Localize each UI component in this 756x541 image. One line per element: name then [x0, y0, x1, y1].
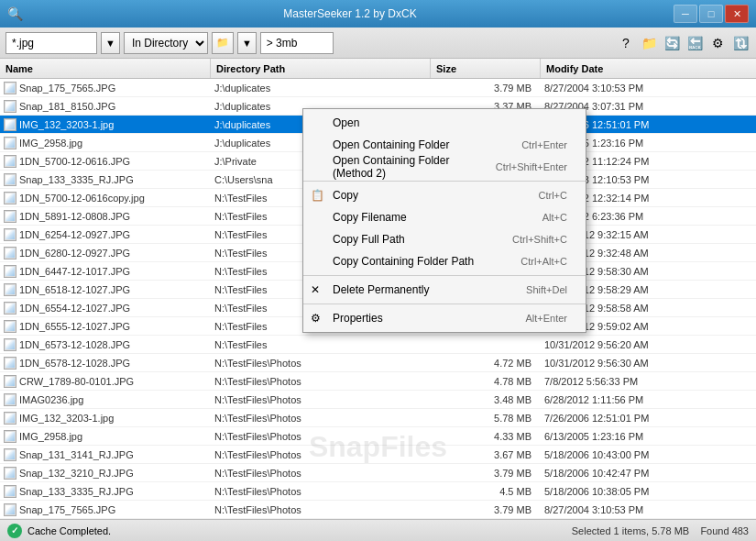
- context-menu-item[interactable]: Copy Full Path Ctrl+Shift+C: [303, 228, 586, 250]
- file-path-cell: J:\duplicates: [211, 83, 431, 94]
- table-row[interactable]: IMAG0236.jpg N:\TestFiles\Photos 3.48 MB…: [0, 391, 756, 409]
- size-filter-input[interactable]: [260, 32, 334, 54]
- close-button[interactable]: ✕: [725, 5, 749, 23]
- file-name-cell: 1DN_6280-12-0927.JPG: [0, 247, 211, 259]
- menu-separator: [303, 181, 586, 182]
- file-size-cell: 4.33 MB: [431, 431, 541, 442]
- settings-button[interactable]: ⚙: [707, 33, 728, 53]
- context-menu-item[interactable]: ⚙ Properties Alt+Enter: [303, 307, 586, 329]
- table-row[interactable]: Snap_175_7565.JPG J:\duplicates 3.79 MB …: [0, 79, 756, 97]
- menu-shortcut: Ctrl+C: [539, 190, 567, 201]
- file-date-cell: 5/18/2006 10:38:05 PM: [541, 486, 696, 497]
- file-date-cell: 7/26/2006 12:51:01 PM: [541, 413, 696, 424]
- menu-item-label: Delete Permanently: [333, 283, 429, 296]
- file-name-cell: IMG_2958.jpg: [0, 137, 211, 149]
- toolbar: ▼ In Directory 📁 ▼ ? 📁 🔄 🔙 ⚙ 🔃: [0, 28, 756, 59]
- menu-shortcut: Alt+Enter: [525, 313, 567, 324]
- file-name-cell: Snap_133_3335_RJ.JPG: [0, 173, 211, 186]
- file-name-cell: 1DN_6573-12-1028.JPG: [0, 338, 211, 351]
- maximize-button[interactable]: □: [699, 5, 723, 23]
- file-icon: [4, 357, 16, 370]
- found-count-text: Found 483: [700, 525, 749, 536]
- table-row[interactable]: IMG_132_3203-1.jpg N:\TestFiles\Photos 5…: [0, 409, 756, 427]
- file-name-cell: 1DN_6554-12-1027.JPG: [0, 302, 211, 315]
- help-button[interactable]: ?: [616, 33, 636, 53]
- context-menu-item[interactable]: Copy Containing Folder Path Ctrl+Alt+C: [303, 250, 586, 272]
- menu-shortcut: Ctrl+Shift+C: [512, 234, 567, 245]
- table-row[interactable]: Snap_131_3141_RJ.JPG N:\TestFiles\Photos…: [0, 446, 756, 464]
- file-size-cell: 5.78 MB: [431, 413, 541, 424]
- file-name-cell: 1DN_6254-12-0927.JPG: [0, 228, 211, 241]
- context-menu-item[interactable]: ✕ Delete Permanently Shift+Del: [303, 279, 586, 301]
- menu-icon: 📋: [311, 189, 324, 202]
- file-icon: [4, 485, 16, 498]
- col-header-size[interactable]: Size: [431, 59, 541, 78]
- col-header-path[interactable]: Directory Path: [211, 59, 431, 78]
- table-row[interactable]: CRW_1789-80-0101.JPG N:\TestFiles\Photos…: [0, 372, 756, 391]
- title-bar: 🔍 MasterSeeker 1.2 by DxCK ─ □ ✕: [0, 0, 756, 28]
- table-row[interactable]: Snap_132_3210_RJ.JPG N:\TestFiles\Photos…: [0, 464, 756, 482]
- file-path-cell: N:\TestFiles\Photos: [211, 449, 431, 460]
- menu-item-label: Properties: [333, 312, 383, 325]
- file-size-cell: 3.79 MB: [431, 504, 541, 515]
- file-name-cell: Snap_131_3141_RJ.JPG: [0, 448, 211, 461]
- file-name-cell: Snap_133_3335_RJ.JPG: [0, 485, 211, 498]
- context-menu-item[interactable]: 📋 Copy Ctrl+C: [303, 184, 586, 206]
- file-icon: [4, 283, 16, 296]
- context-menu-item[interactable]: Open Containing Folder Ctrl+Enter: [303, 134, 586, 156]
- file-date-cell: 5/18/2006 10:43:00 PM: [541, 449, 696, 460]
- file-icon: [4, 503, 16, 516]
- file-date-cell: 7/8/2012 5:56:33 PM: [541, 376, 696, 387]
- search-input[interactable]: [5, 32, 97, 54]
- context-menu-item[interactable]: Copy Filename Alt+C: [303, 206, 586, 228]
- file-icon: [4, 338, 16, 351]
- file-date-cell: 8/27/2004 3:10:53 PM: [541, 504, 696, 515]
- menu-icon: ✕: [311, 283, 320, 296]
- file-name-cell: 1DN_5700-12-0616copy.jpg: [0, 192, 211, 204]
- context-menu-item[interactable]: Open Containing Folder (Method 2) Ctrl+S…: [303, 156, 586, 178]
- folder-button[interactable]: 📁: [639, 33, 659, 53]
- dir-dropdown-btn[interactable]: ▼: [237, 32, 257, 54]
- file-icon: [4, 430, 16, 443]
- file-date-cell: 6/28/2012 1:11:56 PM: [541, 394, 696, 405]
- file-date-cell: 10/31/2012 9:56:30 AM: [541, 358, 696, 369]
- file-icon: [4, 137, 16, 149]
- file-path-cell: N:\TestFiles\Photos: [211, 504, 431, 515]
- file-name-cell: IMG_132_3203-1.jpg: [0, 412, 211, 425]
- file-date-cell: 10/31/2012 9:56:20 AM: [541, 339, 696, 350]
- menu-item-label: Copy Containing Folder Path: [333, 255, 474, 268]
- table-row[interactable]: 1DN_6578-12-1028.JPG N:\TestFiles\Photos…: [0, 354, 756, 372]
- context-menu-item[interactable]: Open: [303, 112, 586, 134]
- file-name-cell: IMG_132_3203-1.jpg: [0, 118, 211, 131]
- search-dropdown-btn[interactable]: ▼: [101, 32, 120, 54]
- refresh-button[interactable]: 🔃: [730, 33, 751, 53]
- table-row[interactable]: 1DN_6573-12-1028.JPG N:\TestFiles 10/31/…: [0, 336, 756, 354]
- table-row[interactable]: Snap_175_7565.JPG N:\TestFiles\Photos 3.…: [0, 501, 756, 519]
- status-left: ✓ Cache Completed.: [7, 524, 111, 538]
- file-name-cell: Snap_175_7565.JPG: [0, 82, 211, 94]
- table-row[interactable]: IMG_2958.jpg N:\TestFiles\Photos 4.33 MB…: [0, 427, 756, 446]
- directory-browse-btn[interactable]: 📁: [212, 32, 234, 54]
- file-icon: [4, 448, 16, 461]
- file-icon: [4, 192, 16, 204]
- file-path-cell: N:\TestFiles\Photos: [211, 358, 431, 369]
- col-header-date[interactable]: Modify Date: [541, 59, 696, 78]
- file-icon: [4, 302, 16, 315]
- menu-item-label: Copy: [333, 189, 358, 202]
- col-header-name[interactable]: Name: [0, 59, 211, 78]
- table-row[interactable]: Snap_133_3335_RJ.JPG N:\TestFiles\Photos…: [0, 482, 756, 501]
- directory-select[interactable]: In Directory: [124, 32, 208, 54]
- file-size-cell: 4.78 MB: [431, 376, 541, 387]
- context-menu: Open Open Containing Folder Ctrl+Enter O…: [302, 108, 586, 333]
- file-size-cell: 4.72 MB: [431, 358, 541, 369]
- back-button[interactable]: 🔙: [685, 33, 705, 53]
- file-name-cell: 1DN_6555-12-1027.JPG: [0, 320, 211, 333]
- menu-icon: ⚙: [311, 312, 321, 325]
- file-path-cell: N:\TestFiles\Photos: [211, 394, 431, 405]
- file-icon: [4, 467, 16, 480]
- reload-button[interactable]: 🔄: [662, 33, 682, 53]
- menu-item-label: Open Containing Folder (Method 2): [333, 154, 477, 180]
- file-date-cell: 8/27/2004 3:10:53 PM: [541, 83, 696, 94]
- minimize-button[interactable]: ─: [674, 5, 697, 23]
- file-path-cell: N:\TestFiles\Photos: [211, 486, 431, 497]
